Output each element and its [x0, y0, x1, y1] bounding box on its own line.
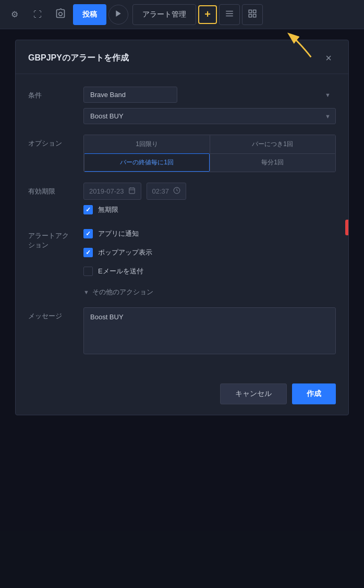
calendar-icon: [128, 187, 136, 196]
options-controls: 1回限り バーにつき1回 バーの終値毎に1回 毎分1回: [83, 135, 336, 172]
svg-rect-8: [253, 14, 256, 17]
play-icon: [114, 9, 123, 20]
time-input[interactable]: 02:37: [147, 183, 187, 200]
create-button[interactable]: 作成: [292, 383, 336, 404]
option-per-bar[interactable]: バーにつき1回: [210, 135, 335, 153]
alert-actions-controls: アプリに通知 ポップアップ表示 Eメールを送付 ▼ その他のアクション: [83, 229, 336, 297]
unlimited-checkbox[interactable]: [83, 205, 93, 214]
dialog-footer: キャンセル 作成: [16, 375, 348, 415]
alert-management-button[interactable]: アラート管理: [132, 4, 196, 25]
form-body: 条件 Brave Band ▼ Boost BUY ▼: [16, 74, 348, 375]
camera-button[interactable]: [50, 4, 71, 25]
date-input[interactable]: 2019-07-23: [83, 183, 141, 200]
option-end-of-bar[interactable]: バーの終値毎に1回: [84, 153, 210, 172]
condition-row: 条件 Brave Band ▼ Boost BUY ▼: [28, 87, 336, 124]
cancel-button[interactable]: キャンセル: [220, 383, 287, 404]
datetime-row: 2019-07-23 02:37: [83, 183, 336, 200]
alert-management-label: アラート管理: [142, 10, 186, 19]
list-button[interactable]: [219, 4, 240, 25]
camera-icon: [55, 8, 66, 21]
expand-button[interactable]: ⛶: [27, 4, 48, 25]
unlimited-row: 無期限: [83, 205, 336, 214]
side-indicator: [345, 220, 348, 235]
alert-actions-row: アラートアクション アプリに通知 ポップアップ表示 Eメールを送付: [28, 229, 336, 297]
toolbar: ⚙ ⛶ 投稿 アラート管理 +: [0, 0, 364, 29]
other-actions[interactable]: ▼ その他のアクション: [83, 287, 336, 297]
list-icon: [225, 9, 234, 20]
message-row: メッセージ Boost BUY: [28, 307, 336, 354]
option-grid: 1回限り バーにつき1回 バーの終値毎に1回 毎分1回: [83, 135, 336, 172]
post-tab-label: 投稿: [82, 10, 97, 19]
plus-icon: +: [204, 8, 211, 20]
other-actions-label: その他のアクション: [92, 287, 153, 297]
gear-icon: ⚙: [11, 9, 18, 19]
time-value: 02:37: [152, 187, 169, 195]
condition-select[interactable]: Brave Band: [83, 87, 177, 103]
condition-sub-select[interactable]: Boost BUY: [83, 108, 336, 124]
message-label: メッセージ: [28, 307, 75, 321]
action-app-row: アプリに通知: [83, 229, 336, 238]
action-email-label: Eメールを送付: [98, 267, 143, 276]
svg-rect-10: [129, 188, 135, 194]
dialog-header: GBPJPYのアラートを作成 ×: [16, 40, 348, 74]
gear-button[interactable]: ⚙: [4, 4, 25, 25]
close-button[interactable]: ×: [321, 51, 336, 65]
action-app-checkbox[interactable]: [83, 229, 93, 238]
add-alert-button[interactable]: +: [198, 5, 217, 24]
condition-label: 条件: [28, 87, 75, 100]
expiry-row: 有効期限 2019-07-23: [28, 183, 336, 219]
close-icon: ×: [325, 52, 332, 64]
chevron-down-icon: ▼: [83, 289, 89, 295]
unlimited-label: 無期限: [98, 205, 118, 214]
action-popup-checkbox[interactable]: [83, 248, 93, 257]
option-per-minute[interactable]: 毎分1回: [210, 153, 335, 172]
options-label: オプション: [28, 135, 75, 148]
action-email-row: Eメールを送付: [83, 267, 336, 276]
action-app-label: アプリに通知: [98, 229, 139, 238]
message-controls: Boost BUY: [83, 307, 336, 354]
post-tab[interactable]: 投稿: [73, 4, 106, 25]
clock-icon: [173, 187, 180, 196]
create-alert-dialog: GBPJPYのアラートを作成 × 条件 Brave Band ▼: [15, 40, 349, 415]
svg-marker-1: [116, 10, 120, 17]
condition-select-arrow: ▼: [325, 92, 331, 98]
condition-select-wrapper: Brave Band ▼: [83, 87, 336, 103]
svg-rect-5: [249, 10, 251, 13]
condition-controls: Brave Band ▼ Boost BUY ▼: [83, 87, 336, 124]
action-popup-row: ポップアップ表示: [83, 248, 336, 257]
alert-actions-label: アラートアクション: [28, 229, 75, 250]
svg-point-0: [59, 12, 63, 16]
expiry-label: 有効期限: [28, 183, 75, 196]
expiry-controls: 2019-07-23 02:37: [83, 183, 336, 219]
dialog-title: GBPJPYのアラートを作成: [28, 53, 129, 64]
action-popup-label: ポップアップ表示: [98, 248, 152, 257]
menu-button[interactable]: [242, 4, 263, 25]
condition-sub-wrapper: Boost BUY ▼: [83, 108, 336, 124]
action-email-checkbox[interactable]: [83, 267, 93, 276]
expand-icon: ⛶: [33, 10, 42, 19]
date-value: 2019-07-23: [89, 187, 124, 195]
option-once[interactable]: 1回限り: [84, 135, 210, 153]
menu-icon: [248, 9, 257, 20]
options-row: オプション 1回限り バーにつき1回 バーの終値毎に1回 毎分1回: [28, 135, 336, 172]
dialog-overlay: GBPJPYのアラートを作成 × 条件 Brave Band ▼: [0, 29, 364, 588]
message-textarea[interactable]: Boost BUY: [83, 307, 336, 354]
svg-rect-7: [249, 14, 251, 17]
play-button[interactable]: [108, 5, 128, 25]
svg-rect-6: [253, 10, 256, 13]
